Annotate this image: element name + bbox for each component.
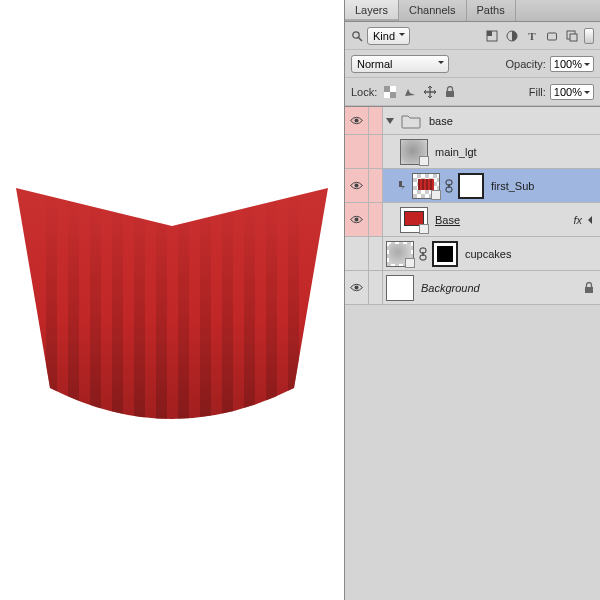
svg-point-34 [355,286,359,290]
layer-name: main_lgt [435,146,477,158]
svg-rect-17 [548,33,557,40]
filter-type-icon[interactable]: T [524,28,540,44]
layer-thumb [400,139,428,165]
cupcake-artwork [12,178,332,448]
layer-name: Base [435,214,460,226]
svg-rect-4 [134,178,145,448]
layer-mask-thumb[interactable] [432,241,458,267]
eye-icon [350,181,363,190]
link-icon[interactable] [445,179,453,193]
lock-image-icon[interactable] [401,84,419,100]
tab-layers[interactable]: Layers [345,0,399,21]
svg-rect-20 [384,86,390,92]
svg-rect-2 [90,178,101,448]
svg-rect-7 [200,178,211,448]
lock-row: Lock: Fill: 100% [345,78,600,106]
filter-kind-label: Kind [373,30,395,42]
layer-name: Background [421,282,480,294]
filter-shape-icon[interactable] [544,28,560,44]
layer-cupcakes[interactable]: cupcakes [345,237,600,271]
lock-label: Lock: [351,86,377,98]
svg-rect-21 [390,92,396,98]
fill-input[interactable]: 100% [550,84,594,100]
layers-list: base main_lgt first_Sub [345,107,600,600]
svg-rect-6 [178,178,189,448]
layer-name: base [429,115,453,127]
layer-thumb [386,241,414,267]
disclosure-triangle-icon[interactable] [385,116,395,126]
lock-position-icon[interactable] [421,84,439,100]
svg-rect-10 [266,178,277,448]
layers-panel: Layers Channels Paths Kind T Normal Opac… [344,0,600,600]
svg-rect-0 [46,178,57,448]
opacity-value: 100% [554,58,582,70]
lock-icon [584,282,594,294]
svg-line-13 [359,37,363,41]
svg-point-12 [353,31,359,37]
layer-background[interactable]: Background [345,271,600,305]
filter-kind-select[interactable]: Kind [367,27,410,45]
link-icon[interactable] [419,247,427,261]
layer-thumb [412,173,440,199]
blend-row: Normal Opacity: 100% [345,50,600,78]
opacity-label: Opacity: [506,58,546,70]
svg-rect-3 [112,178,123,448]
svg-rect-9 [244,178,255,448]
visibility-toggle[interactable] [345,135,369,168]
fill-value: 100% [554,86,582,98]
filter-toggle[interactable] [584,28,594,44]
svg-rect-19 [570,34,577,41]
svg-rect-23 [384,92,390,98]
filter-row: Kind T [345,22,600,50]
visibility-toggle[interactable] [345,203,369,236]
eye-icon [350,116,363,125]
fx-badge[interactable]: fx [573,214,582,226]
search-icon [351,30,363,42]
shape-badge-icon [419,224,429,234]
svg-point-25 [355,119,359,123]
tab-channels[interactable]: Channels [399,0,466,21]
visibility-toggle[interactable] [345,237,369,270]
svg-point-26 [355,184,359,188]
svg-rect-35 [585,287,593,293]
svg-rect-24 [446,91,454,97]
fill-label: Fill: [529,86,546,98]
folder-icon [400,112,422,130]
blend-mode-value: Normal [357,58,392,70]
svg-rect-22 [390,86,396,92]
eye-icon [350,215,363,224]
layer-mask-thumb[interactable] [458,173,484,199]
smartobj-badge-icon [405,258,415,268]
visibility-toggle[interactable] [345,169,369,202]
layer-thumb [386,275,414,301]
smartobj-badge-icon [419,156,429,166]
panel-tabs: Layers Channels Paths [345,0,600,22]
filter-adjust-icon[interactable] [504,28,520,44]
filter-pixel-icon[interactable] [484,28,500,44]
layer-name: first_Sub [491,180,534,192]
svg-rect-15 [487,31,492,36]
svg-point-30 [355,218,359,222]
document-canvas[interactable] [0,0,344,600]
eye-icon [350,283,363,292]
svg-rect-8 [222,178,233,448]
svg-rect-11 [288,178,299,448]
layer-name: cupcakes [465,248,511,260]
layer-main-lgt[interactable]: main_lgt [345,135,600,169]
lock-all-icon[interactable] [441,84,459,100]
visibility-toggle[interactable] [345,107,369,134]
tab-paths[interactable]: Paths [467,0,516,21]
visibility-toggle[interactable] [345,271,369,304]
opacity-input[interactable]: 100% [550,56,594,72]
layer-thumb [400,207,428,233]
lock-transparent-icon[interactable] [381,84,399,100]
chevron-left-icon[interactable] [586,216,594,224]
layer-base-shape[interactable]: Base fx [345,203,600,237]
layer-first-sub[interactable]: first_Sub [345,169,600,203]
smartobj-badge-icon [431,190,441,200]
blend-mode-select[interactable]: Normal [351,55,449,73]
layer-group-base[interactable]: base [345,107,600,135]
svg-rect-1 [68,178,79,448]
svg-rect-5 [156,178,167,448]
filter-smart-icon[interactable] [564,28,580,44]
